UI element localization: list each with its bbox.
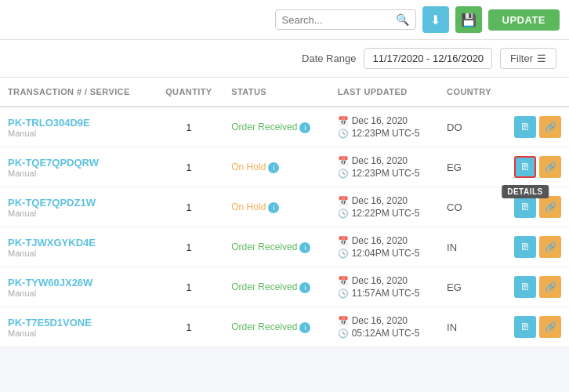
col-country: COUNTRY xyxy=(439,78,506,107)
info-icon: i xyxy=(299,322,310,333)
file-icon: 🖹 xyxy=(520,122,530,132)
filter-button[interactable]: Filter ☰ xyxy=(500,48,556,69)
table-row: PK-TJWXGYKD4EManual1Order Receivedi 📅Dec… xyxy=(0,227,569,267)
clock-icon: 🕓 xyxy=(338,249,349,259)
quantity-cell: 1 xyxy=(154,307,223,347)
date-time: 📅Dec 16, 2020 🕓11:57AM UTC-5 xyxy=(338,275,431,299)
file-icon: 🖹 xyxy=(520,241,530,252)
status-cell: Order Receivedi xyxy=(223,107,329,147)
transaction-service: Manual xyxy=(8,328,146,338)
download-button[interactable]: ⬇ xyxy=(422,6,449,33)
link-icon: 🔗 xyxy=(545,122,556,132)
country-cell: IN xyxy=(439,307,506,347)
time-value: 12:23PM UTC-5 xyxy=(352,168,420,179)
transaction-cell: PK-TQE7QPDZ1WManual xyxy=(0,187,154,227)
date-cell: 📅Dec 16, 2020 🕓12:04PM UTC-5 xyxy=(330,227,439,267)
transaction-id[interactable]: PK-TQE7QPDZ1W xyxy=(8,197,146,209)
transaction-cell: PK-TJWXGYKD4EManual xyxy=(0,227,154,267)
action-buttons: 🖹🔗 xyxy=(514,276,561,298)
country-cell: IN xyxy=(439,227,506,267)
transaction-id[interactable]: PK-TYW60JX26W xyxy=(8,277,146,289)
transaction-id[interactable]: PK-TRLO304D9E xyxy=(8,117,146,129)
transaction-cell: PK-TRLO304D9EManual xyxy=(0,107,154,147)
save-icon: 💾 xyxy=(461,13,477,27)
actions-cell: 🖹🔗 xyxy=(506,107,569,147)
status-cell: On Holdi xyxy=(223,187,329,227)
date-cell: 📅Dec 16, 2020 🕓12:23PM UTC-5 xyxy=(330,107,439,147)
country-value: EG xyxy=(447,162,462,173)
country-cell: DO xyxy=(439,107,506,147)
link-button[interactable]: 🔗 xyxy=(539,116,561,138)
info-icon: i xyxy=(299,122,310,133)
table-row: PK-TYW60JX26WManual1Order Receivedi 📅Dec… xyxy=(0,267,569,307)
actions-cell: 🖹🔗 xyxy=(506,307,569,347)
clock-icon: 🕓 xyxy=(338,289,349,299)
link-icon: 🔗 xyxy=(545,281,556,292)
time-value: 11:57AM UTC-5 xyxy=(352,288,420,299)
status-badge: Order Received xyxy=(231,321,297,332)
transaction-service: Manual xyxy=(8,169,146,178)
status-cell: Order Receivedi xyxy=(223,267,329,307)
transaction-id[interactable]: PK-TJWXGYKD4E xyxy=(8,237,146,249)
action-buttons: 🖹DETAILS🔗 xyxy=(514,156,561,178)
search-input[interactable] xyxy=(282,14,396,26)
date-cell: 📅Dec 16, 2020 🕓12:23PM UTC-5 xyxy=(330,147,439,187)
status-badge: On Hold xyxy=(231,162,266,172)
date-value: Dec 16, 2020 xyxy=(352,115,408,126)
calendar-icon: 📅 xyxy=(338,196,349,206)
calendar-icon: 📅 xyxy=(338,156,349,166)
table-header-row: TRANSACTION # / SERVICE QUANTITY STATUS … xyxy=(0,78,569,107)
status-badge: On Hold xyxy=(231,201,266,212)
actions-cell: 🖹DETAILS🔗 xyxy=(506,147,569,187)
file-icon: 🖹 xyxy=(520,162,530,172)
link-button[interactable]: 🔗 xyxy=(539,156,561,178)
transaction-id[interactable]: PK-T7E5D1VONE xyxy=(8,317,146,328)
clock-icon: 🕓 xyxy=(338,209,349,219)
link-button[interactable]: 🔗 xyxy=(539,276,561,298)
transaction-id[interactable]: PK-TQE7QPDQRW xyxy=(8,157,146,169)
link-button[interactable]: 🔗 xyxy=(539,236,561,258)
status-badge: Order Received xyxy=(231,122,297,132)
transaction-cell: PK-T7E5D1VONEManual xyxy=(0,307,154,347)
date-cell: 📅Dec 16, 2020 🕓11:57AM UTC-5 xyxy=(330,267,439,307)
action-buttons: 🖹🔗 xyxy=(514,196,561,218)
date-range-value[interactable]: 11/17/2020 - 12/16/2020 xyxy=(364,48,492,69)
clock-icon: 🕓 xyxy=(338,328,349,339)
details-button[interactable]: 🖹 xyxy=(514,276,536,298)
details-button[interactable]: 🖹 xyxy=(514,316,536,338)
link-button[interactable]: 🔗 xyxy=(539,316,561,338)
time-value: 12:23PM UTC-5 xyxy=(352,128,420,139)
country-cell: EG xyxy=(439,267,506,307)
time-value: 12:04PM UTC-5 xyxy=(352,248,420,259)
details-button[interactable]: 🖹DETAILS xyxy=(514,156,536,178)
link-icon: 🔗 xyxy=(545,321,556,332)
transaction-service: Manual xyxy=(8,129,146,138)
transaction-service: Manual xyxy=(8,249,146,258)
status-cell: On Holdi xyxy=(223,147,329,187)
action-buttons: 🖹🔗 xyxy=(514,236,561,258)
date-time: 📅Dec 16, 2020 🕓05:12AM UTC-5 xyxy=(338,315,431,339)
search-button[interactable]: 🔍 xyxy=(396,13,409,26)
info-icon: i xyxy=(268,202,279,213)
save-button[interactable]: 💾 xyxy=(455,6,482,33)
table-row: PK-T7E5D1VONEManual1Order Receivedi 📅Dec… xyxy=(0,307,569,347)
link-button[interactable]: 🔗 xyxy=(539,196,561,218)
details-button[interactable]: 🖹 xyxy=(514,236,536,258)
time-value: 05:12AM UTC-5 xyxy=(352,328,420,339)
download-icon: ⬇ xyxy=(430,13,440,27)
info-icon: i xyxy=(299,282,310,293)
link-icon: 🔗 xyxy=(545,241,556,252)
actions-cell: 🖹🔗 xyxy=(506,267,569,307)
table-row: PK-TQE7QPDZ1WManual1On Holdi 📅Dec 16, 20… xyxy=(0,187,569,227)
country-value: DO xyxy=(447,122,462,133)
details-button[interactable]: 🖹 xyxy=(514,116,536,138)
status-badge: Order Received xyxy=(231,281,297,292)
search-wrapper: 🔍 xyxy=(275,9,416,30)
quantity-cell: 1 xyxy=(154,107,223,147)
date-bar: Date Range 11/17/2020 - 12/16/2020 Filte… xyxy=(0,40,569,78)
date-cell: 📅Dec 16, 2020 🕓12:22PM UTC-5 xyxy=(330,187,439,227)
details-button[interactable]: 🖹 xyxy=(514,196,536,218)
update-button[interactable]: UPDATE xyxy=(488,9,560,31)
quantity-cell: 1 xyxy=(154,187,223,227)
quantity-cell: 1 xyxy=(154,227,223,267)
